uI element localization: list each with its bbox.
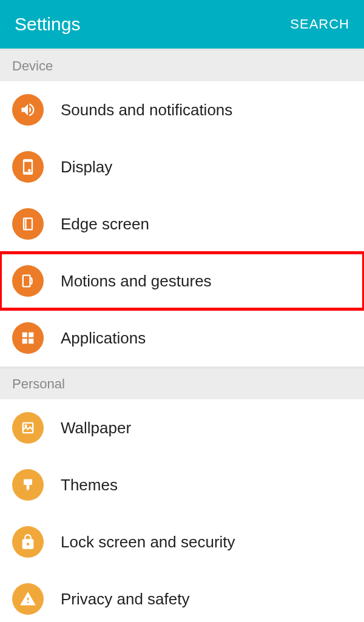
svg-rect-4 [22, 333, 27, 337]
section-header-device: Device [0, 49, 364, 81]
themes-icon [12, 469, 44, 501]
motion-icon [12, 265, 44, 297]
svg-rect-3 [23, 276, 30, 287]
svg-rect-7 [29, 339, 33, 343]
section-header-personal: Personal [0, 367, 364, 399]
lock-icon [12, 526, 44, 558]
svg-rect-5 [29, 333, 33, 337]
svg-rect-10 [24, 479, 32, 485]
item-label: Edge screen [61, 215, 149, 234]
settings-item-motions[interactable]: Motions and gestures [0, 252, 364, 309]
app-header: Settings SEARCH [0, 0, 364, 49]
item-label: Themes [61, 476, 118, 495]
edge-icon [12, 208, 44, 240]
settings-item-edge[interactable]: Edge screen [0, 195, 364, 252]
settings-item-sounds[interactable]: Sounds and notifications [0, 81, 364, 138]
settings-item-display[interactable]: Display [0, 138, 364, 195]
privacy-icon [12, 583, 44, 615]
item-label: Privacy and safety [61, 590, 189, 609]
item-label: Wallpaper [61, 419, 131, 438]
item-label: Motions and gestures [61, 272, 212, 291]
settings-item-lock[interactable]: Lock screen and security [0, 513, 364, 570]
settings-item-privacy[interactable]: Privacy and safety [0, 570, 364, 622]
page-title: Settings [15, 14, 80, 35]
display-icon [12, 151, 44, 183]
personal-list: Wallpaper Themes Lock screen and securit… [0, 399, 364, 622]
search-button[interactable]: SEARCH [290, 16, 349, 32]
svg-rect-6 [22, 339, 27, 343]
apps-icon [12, 322, 44, 354]
settings-item-themes[interactable]: Themes [0, 456, 364, 513]
item-label: Sounds and notifications [61, 101, 232, 120]
device-list: Sounds and notifications Display Edge sc… [0, 81, 364, 367]
svg-rect-1 [24, 218, 32, 230]
svg-point-9 [25, 425, 26, 426]
settings-item-wallpaper[interactable]: Wallpaper [0, 399, 364, 456]
item-label: Lock screen and security [61, 533, 235, 552]
item-label: Applications [61, 329, 146, 348]
volume-icon [12, 94, 44, 126]
item-label: Display [61, 158, 112, 177]
svg-point-0 [28, 169, 31, 172]
settings-item-applications[interactable]: Applications [0, 309, 364, 367]
wallpaper-icon [12, 412, 44, 444]
